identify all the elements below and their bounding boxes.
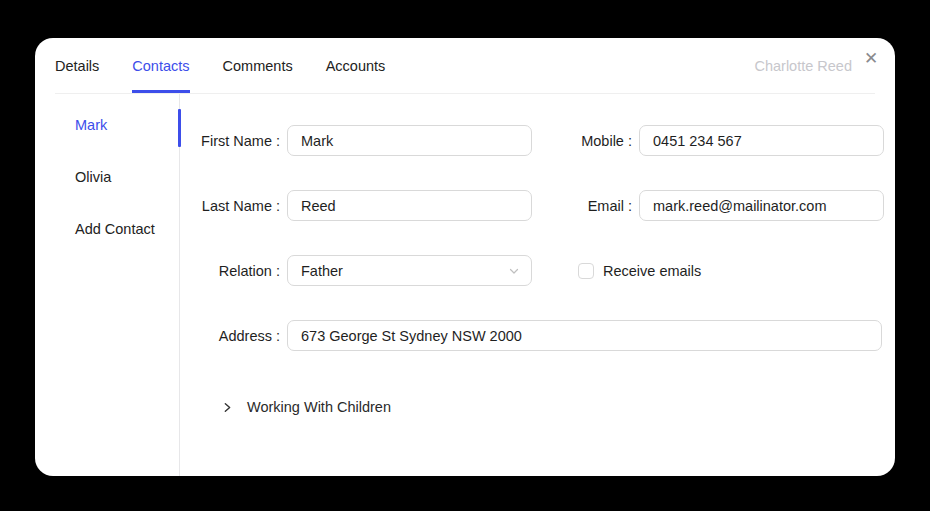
- first-name-label: First Name :: [180, 133, 280, 149]
- tab-contacts[interactable]: Contacts: [132, 38, 189, 93]
- receive-emails-label: Receive emails: [603, 263, 701, 279]
- form-row-address: Address :: [180, 320, 895, 351]
- form-row-lastname-email: Last Name : Email :: [180, 190, 895, 221]
- tab-comments[interactable]: Comments: [223, 38, 293, 93]
- email-field[interactable]: [639, 190, 884, 221]
- relation-label: Relation :: [180, 263, 280, 279]
- relation-selected-value: Father: [301, 263, 343, 279]
- contact-sidebar: Mark Olivia Add Contact: [35, 94, 180, 476]
- tab-bar: Details Contacts Comments Accounts: [55, 38, 385, 93]
- tab-accounts[interactable]: Accounts: [326, 38, 386, 93]
- address-field[interactable]: [287, 320, 882, 351]
- tab-details[interactable]: Details: [55, 38, 99, 93]
- sidebar-item-olivia[interactable]: Olivia: [35, 159, 179, 195]
- contact-modal: ✕ Details Contacts Comments Accounts Cha…: [35, 38, 895, 476]
- mobile-label: Mobile :: [532, 133, 632, 149]
- active-contact-indicator: [178, 109, 181, 147]
- form-row-relation: Relation : Father Receive emails: [180, 255, 895, 286]
- sidebar-item-mark[interactable]: Mark: [35, 107, 179, 143]
- address-label: Address :: [180, 328, 280, 344]
- working-with-children-label: Working With Children: [247, 399, 391, 415]
- chevron-right-icon: [221, 401, 234, 414]
- close-icon[interactable]: ✕: [861, 48, 881, 68]
- contact-form: First Name : Mobile : Last Name : Email …: [180, 94, 895, 476]
- modal-header: Details Contacts Comments Accounts Charl…: [55, 38, 875, 94]
- working-with-children-expander[interactable]: Working With Children: [221, 399, 895, 415]
- last-name-label: Last Name :: [180, 198, 280, 214]
- header-user-name: Charlotte Reed: [754, 58, 852, 74]
- relation-select[interactable]: Father: [287, 255, 532, 286]
- receive-emails-checkbox[interactable]: [578, 263, 594, 279]
- mobile-field[interactable]: [639, 125, 884, 156]
- form-row-name-mobile: First Name : Mobile :: [180, 125, 895, 156]
- chevron-down-icon: [508, 265, 520, 277]
- modal-body: Mark Olivia Add Contact First Name : Mob…: [35, 94, 895, 476]
- last-name-field[interactable]: [287, 190, 532, 221]
- first-name-field[interactable]: [287, 125, 532, 156]
- sidebar-item-add-contact[interactable]: Add Contact: [35, 211, 179, 247]
- email-label: Email :: [532, 198, 632, 214]
- receive-emails-option[interactable]: Receive emails: [578, 263, 701, 279]
